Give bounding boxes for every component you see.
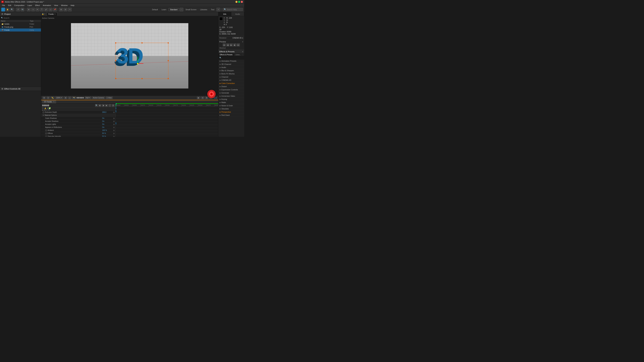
- preview-prev[interactable]: ◀: [226, 43, 229, 46]
- ep-cinema4d[interactable]: ▶ CINEMA 4D: [218, 79, 244, 82]
- menu-edit[interactable]: Edit: [7, 4, 12, 7]
- ep-3d-channel[interactable]: ▶ 3D Channel: [218, 63, 244, 66]
- puppet-tool[interactable]: 📌: [53, 8, 57, 11]
- handle-top-left[interactable]: [115, 42, 116, 43]
- workspace-standard[interactable]: Standard: [168, 8, 179, 11]
- lc-add-marker[interactable]: |: [108, 104, 111, 107]
- fab-record-button[interactable]: [207, 90, 216, 98]
- layer-material-options[interactable]: ▼ Material Options: [41, 114, 116, 117]
- ep-keying[interactable]: ▶ Keying: [218, 98, 244, 101]
- zoom-tool[interactable]: 🔍: [10, 8, 14, 11]
- rect-tool[interactable]: ▭: [31, 8, 35, 11]
- menu-layer[interactable]: Layer: [26, 4, 34, 7]
- lc-go-next[interactable]: ▶: [105, 104, 108, 107]
- window-controls[interactable]: [236, 1, 243, 3]
- hand-tool[interactable]: ✋: [6, 8, 10, 11]
- ep-channel[interactable]: ▶ Channel: [218, 75, 244, 79]
- graph-tool[interactable]: 〜: [68, 8, 72, 11]
- ep-color-correction[interactable]: ▶ Color Correction: [218, 82, 244, 85]
- ep-obsolete[interactable]: ▶ Obsolete: [218, 107, 244, 110]
- layer-appears-in-reflections[interactable]: Appears in Reflections On ◎: [41, 126, 116, 129]
- pen-tool[interactable]: ✒: [36, 8, 39, 11]
- brush-tool[interactable]: 🖌: [44, 8, 48, 11]
- ep-red-giant[interactable]: ▶ Red Giant: [218, 114, 244, 117]
- ep-perspective[interactable]: ▶ Perspective: [218, 110, 244, 114]
- project-item-solids[interactable]: 📁 Solids Folder: [0, 22, 41, 25]
- tab-info[interactable]: Info: [218, 12, 231, 16]
- selection-tool[interactable]: ↖: [1, 8, 5, 11]
- ep-blur-sharpen[interactable]: ▶ Blur & Sharpen: [218, 69, 244, 72]
- menu-help[interactable]: Help: [69, 4, 76, 7]
- preview-first[interactable]: ⏮: [223, 43, 226, 46]
- ep-search[interactable]: 🔍: [218, 56, 244, 59]
- vc-view-select[interactable]: 1 View: [106, 96, 113, 99]
- lc-draft[interactable]: ⊟: [112, 104, 114, 107]
- ep-distort[interactable]: ▶ Distort: [218, 85, 244, 88]
- handle-bottom-mid[interactable]: [142, 78, 142, 79]
- layer-casts-shadows[interactable]: Casts Shadows On ◎: [41, 117, 116, 120]
- vc-snapshot[interactable]: 📸: [72, 96, 76, 99]
- layer-accepts-shadows[interactable]: Accepts Shadows On ◎: [41, 120, 116, 123]
- close-button[interactable]: [241, 1, 243, 3]
- text-tool[interactable]: T: [40, 8, 44, 11]
- workspace-default[interactable]: Default: [150, 8, 160, 11]
- menu-view[interactable]: View: [53, 4, 59, 7]
- project-item-fondo-png[interactable]: 🖼 Fondo.png PNG: [0, 25, 41, 28]
- preview-play[interactable]: ▶: [230, 43, 233, 46]
- project-search[interactable]: 🔍: [0, 16, 41, 20]
- menu-window[interactable]: Window: [60, 4, 69, 7]
- workspace-options[interactable]: ⋯: [180, 8, 183, 11]
- menu-animation[interactable]: Animation: [42, 4, 52, 7]
- vc-fit-btn[interactable]: ⊞: [64, 96, 67, 99]
- ep-tab-effects[interactable]: Effects & Presets: [218, 53, 234, 56]
- rotate-tool[interactable]: ↺: [16, 8, 20, 11]
- pan-behind-tool[interactable]: ⊕: [27, 8, 30, 11]
- vc-resolution[interactable]: Half ▼: [85, 96, 92, 99]
- minimize-button[interactable]: [236, 1, 238, 3]
- vc-camera-select[interactable]: Active Camera: [92, 96, 105, 99]
- timeline-tab-fondo[interactable]: 🎬 Fondo ✕: [42, 100, 56, 103]
- unified-camera-tool[interactable]: 📷: [21, 8, 24, 11]
- handle-bottom-left[interactable]: [115, 78, 116, 79]
- project-item-fondo[interactable]: 🎬 Fondo Comp: [0, 28, 41, 31]
- ep-generate[interactable]: ▶ Generate: [218, 91, 244, 94]
- search-help-input[interactable]: [227, 8, 242, 10]
- motion-tool[interactable]: ⊟: [64, 8, 67, 11]
- playhead[interactable]: [116, 103, 116, 107]
- vc-render-btn[interactable]: ▶: [197, 96, 200, 99]
- lc-search[interactable]: 🔍: [95, 104, 98, 107]
- layer-accepts-lights[interactable]: Accepts Lights On ◎: [41, 123, 116, 126]
- workspace-learn[interactable]: Learn: [160, 8, 168, 11]
- menu-composition[interactable]: Composition: [13, 4, 26, 7]
- vc-safe-zones[interactable]: ⊡: [46, 96, 50, 99]
- comp-tab-close[interactable]: ✕: [54, 13, 56, 15]
- workspace-small-screen[interactable]: Small Screen: [184, 8, 198, 11]
- preview-menu-icon[interactable]: ≡: [242, 41, 243, 43]
- align-tool[interactable]: ⊞: [59, 8, 63, 11]
- layer-specular-intensity[interactable]: ◎ Specular Intensity 50 % ◎: [41, 135, 116, 137]
- more-workspaces[interactable]: »: [216, 8, 220, 11]
- handle-bottom-right[interactable]: [168, 78, 169, 79]
- ep-expression-controls[interactable]: ▶ Expression Controls: [218, 88, 244, 91]
- ep-matte[interactable]: ▶ Matte: [218, 101, 244, 104]
- renderer-icon[interactable]: ⊟: [242, 37, 243, 39]
- preview-last[interactable]: ⏭: [237, 43, 240, 46]
- ep-boris-fx[interactable]: ▶ Boris FX Mocha: [218, 72, 244, 75]
- ep-audio[interactable]: ▶ Audio: [218, 66, 244, 69]
- layer-ambient[interactable]: ◎ Ambient 100 % ◎: [41, 129, 116, 132]
- vc-playback-opts[interactable]: ⊟: [201, 96, 204, 99]
- handle-top-right[interactable]: [168, 42, 169, 43]
- ep-menu-icon[interactable]: ≡: [242, 51, 243, 53]
- vc-quality[interactable]: ◻: [68, 96, 71, 99]
- maximize-button[interactable]: [238, 1, 240, 3]
- ep-search-input[interactable]: [222, 57, 243, 59]
- lc-go-prev[interactable]: ◀: [102, 104, 104, 107]
- vc-grid-btn[interactable]: ⊞: [42, 96, 46, 99]
- menu-file[interactable]: File: [1, 4, 6, 7]
- workspace-libraries[interactable]: Libraries: [199, 8, 209, 11]
- ep-immersive-video[interactable]: ▶ Immersive Video: [218, 94, 244, 98]
- preview-next[interactable]: ▶: [233, 43, 236, 46]
- comp-tab-fondo[interactable]: Fondo ✕: [46, 12, 58, 16]
- timeline-close[interactable]: ✕: [53, 101, 54, 103]
- tab-audio[interactable]: Audio: [231, 12, 244, 16]
